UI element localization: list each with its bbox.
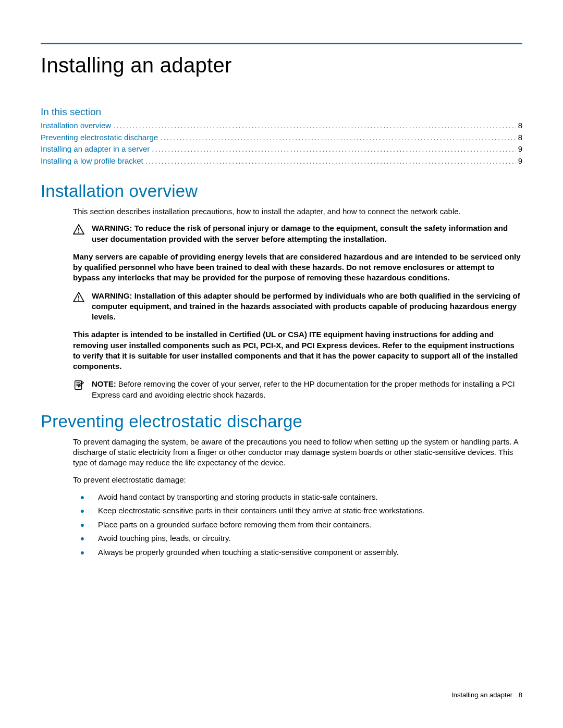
chapter-title: Installing an adapter xyxy=(41,54,522,77)
warning-sub-text: This adapter is intended to be installed… xyxy=(73,329,522,372)
footer-page-number: 8 xyxy=(519,691,522,699)
warning-text: WARNING: To reduce the risk of personal … xyxy=(92,223,522,244)
overview-block: This section describes installation prec… xyxy=(73,206,522,217)
esd-intro: To prevent damaging the system, be aware… xyxy=(73,437,522,468)
list-item: Place parts on a grounded surface before… xyxy=(80,519,522,531)
heading-esd: Preventing electrostatic discharge xyxy=(41,412,522,431)
toc-dots: ........................................… xyxy=(152,143,516,155)
top-rule xyxy=(41,43,522,44)
page-footer: Installing an adapter 8 xyxy=(451,691,522,699)
footer-label: Installing an adapter xyxy=(451,691,512,699)
warning-sub: This adapter is intended to be installed… xyxy=(73,329,522,372)
svg-point-1 xyxy=(78,232,79,233)
warning-text: WARNING: Installation of this adapter sh… xyxy=(92,291,522,323)
toc-row[interactable]: Installation overview ..................… xyxy=(41,120,522,132)
esd-bullet-list: Avoid hand contact by transporting and s… xyxy=(80,491,522,559)
warning-icon xyxy=(73,224,84,235)
toc-row[interactable]: Installing an adapter in a server ......… xyxy=(41,143,522,155)
toc-page: 9 xyxy=(518,155,522,167)
toc-dots: ........................................… xyxy=(145,155,516,167)
in-this-section-label: In this section xyxy=(41,106,522,118)
list-item: Always be properly grounded when touchin… xyxy=(80,547,522,559)
list-item: Avoid touching pins, leads, or circuitry… xyxy=(80,533,522,545)
toc-label: Preventing electrostatic discharge xyxy=(41,132,158,144)
note-icon xyxy=(73,380,84,390)
warning-sub-text: Many servers are capable of providing en… xyxy=(73,252,522,283)
toc-dots: ........................................… xyxy=(160,132,516,144)
toc-page: 8 xyxy=(518,132,522,144)
warning-callout: WARNING: To reduce the risk of personal … xyxy=(73,223,522,244)
warning-icon xyxy=(73,292,84,302)
svg-point-3 xyxy=(78,299,79,300)
toc-page: 9 xyxy=(518,143,522,155)
esd-block: To prevent damaging the system, be aware… xyxy=(73,437,522,485)
toc: Installation overview ..................… xyxy=(41,120,522,167)
note-callout: NOTE: Before removing the cover of your … xyxy=(73,379,522,400)
warning-callout: WARNING: Installation of this adapter sh… xyxy=(73,291,522,323)
overview-intro: This section describes installation prec… xyxy=(73,206,522,217)
toc-label: Installing a low profile bracket xyxy=(41,155,143,167)
toc-label: Installation overview xyxy=(41,120,111,132)
heading-installation-overview: Installation overview xyxy=(41,181,522,201)
toc-dots: ........................................… xyxy=(113,120,516,132)
page: Installing an adapter In this section In… xyxy=(0,0,563,558)
warning-sub: Many servers are capable of providing en… xyxy=(73,252,522,283)
toc-label: Installing an adapter in a server xyxy=(41,143,150,155)
svg-rect-4 xyxy=(75,381,82,390)
esd-lead: To prevent electrostatic damage: xyxy=(73,475,522,485)
toc-page: 8 xyxy=(518,120,522,132)
list-item: Keep electrostatic-sensitive parts in th… xyxy=(80,505,522,517)
toc-row[interactable]: Installing a low profile bracket .......… xyxy=(41,155,522,167)
toc-row[interactable]: Preventing electrostatic discharge .....… xyxy=(41,132,522,144)
note-text: NOTE: Before removing the cover of your … xyxy=(92,379,522,400)
list-item: Avoid hand contact by transporting and s… xyxy=(80,491,522,503)
